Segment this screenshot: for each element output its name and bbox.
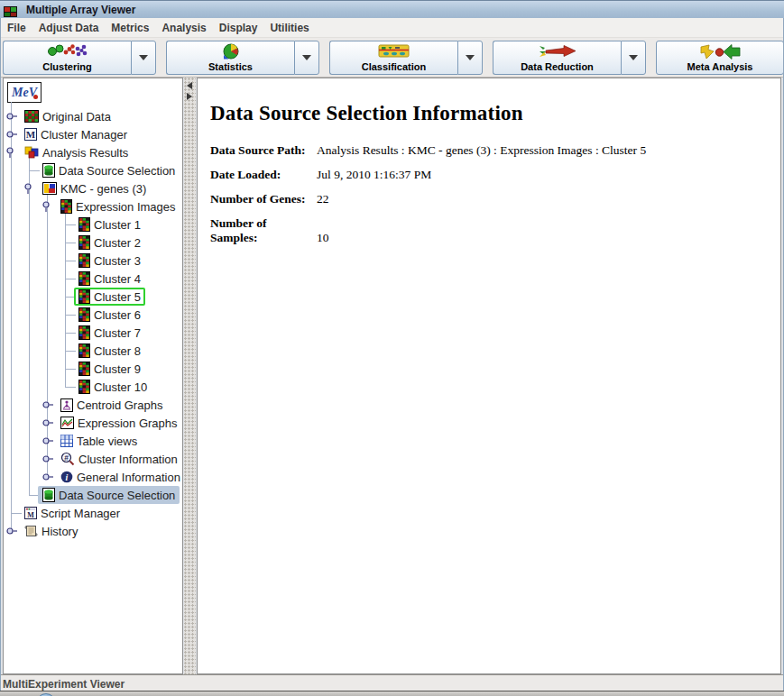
heatmap-icon — [78, 253, 90, 268]
tree-item-expression-graphs[interactable]: Expression Graphs — [4, 414, 183, 432]
classification-label: Classification — [362, 61, 427, 73]
tree-item-cluster-5[interactable]: Cluster 5 — [4, 288, 183, 306]
chevron-down-icon — [302, 55, 311, 60]
tree-item-cluster-1[interactable]: Cluster 1 — [4, 215, 183, 234]
tree-item-content[interactable]: MCluster Manager — [20, 125, 132, 143]
tree-item-cluster-8[interactable]: Cluster 8 — [4, 342, 183, 360]
tree-item-centroid-graphs[interactable]: Centroid Graphs — [4, 396, 183, 414]
menu-item-utilities[interactable]: Utilities — [263, 18, 315, 38]
tree-expand-handle[interactable] — [5, 525, 18, 537]
tree-item-table-views[interactable]: Table views — [4, 432, 183, 450]
tree-item-content[interactable]: Data Source Selection — [38, 486, 180, 504]
tree-item-content[interactable]: Cluster 1 — [74, 215, 145, 234]
tree-expand-handle[interactable] — [42, 417, 54, 429]
menu-item-adjust-data[interactable]: Adjust Data — [32, 18, 106, 38]
tree-item-cluster-manager[interactable]: MCluster Manager — [4, 125, 183, 143]
data-reduction-icon — [538, 43, 577, 61]
tree-item-cluster-6[interactable]: Cluster 6 — [4, 306, 183, 324]
tree-item-content[interactable]: Expression Images — [56, 197, 180, 215]
split-pane-divider[interactable] — [184, 78, 196, 674]
tree-expand-handle[interactable] — [42, 453, 54, 465]
tree-item-cluster-2[interactable]: Cluster 2 — [4, 234, 183, 252]
tree-item-content[interactable]: Cluster 8 — [74, 342, 145, 360]
tree-item-content[interactable]: Cluster 5 — [74, 288, 145, 306]
tree-item-cluster-information[interactable]: #Cluster Information — [4, 450, 183, 468]
main-info-panel: Data Source Selection Information Data S… — [197, 78, 781, 674]
clustering-dropdown-arrow[interactable] — [131, 41, 156, 75]
cluster-manager-icon: M — [24, 128, 37, 141]
tree-item-content[interactable]: Centroid Graphs — [56, 396, 167, 414]
tree-item-content[interactable]: Table views — [56, 432, 142, 450]
tree-item-content[interactable]: Cluster 9 — [74, 360, 145, 378]
collapse-left-icon[interactable] — [187, 82, 192, 89]
tree-expand-handle[interactable] — [5, 110, 18, 123]
tree-item-label: Data Source Selection — [59, 164, 175, 178]
tree-expand-handle[interactable] — [42, 435, 54, 447]
tree-item-history[interactable]: History — [4, 522, 183, 540]
tree-item-content[interactable]: Analysis Results — [20, 143, 133, 161]
menu-item-analysis[interactable]: Analysis — [155, 18, 212, 38]
svg-text:M: M — [27, 511, 34, 519]
tree-item-kmc-genes-3[interactable]: KMC - genes (3) — [4, 179, 183, 197]
tree-item-label: Cluster 7 — [94, 326, 141, 340]
tree-item-general-information[interactable]: iGeneral Information — [4, 468, 183, 486]
tree-item-script-manager[interactable]: MScript Manager — [4, 504, 183, 522]
info-fields: Data Source Path:Analysis Results : KMC … — [210, 143, 780, 245]
tree-item-cluster-4[interactable]: Cluster 4 — [4, 270, 183, 288]
tree-item-content[interactable]: Cluster 7 — [74, 324, 145, 342]
info-field-data-source-path: Data Source Path:Analysis Results : KMC … — [210, 143, 780, 158]
tree-item-data-source-selection[interactable]: Data Source Selection — [4, 486, 183, 504]
tree-item-data-source-selection[interactable]: Data Source Selection — [4, 161, 183, 179]
clustering-icon — [46, 43, 89, 61]
title-bar[interactable]: Multiple Array Viewer — [0, 0, 784, 18]
tree-item-original-data[interactable]: Original Data — [4, 107, 183, 125]
classification-dropdown-arrow[interactable] — [457, 41, 483, 75]
statistics-button[interactable]: Statistics — [166, 41, 294, 75]
tree-item-content[interactable]: KMC - genes (3) — [38, 179, 151, 197]
tree-expand-handle[interactable] — [42, 398, 54, 411]
tree-item-content[interactable]: Expression Graphs — [56, 414, 182, 432]
expression-graphs-icon — [60, 417, 74, 429]
tree-item-content[interactable]: #Cluster Information — [56, 450, 182, 468]
tree-item-cluster-3[interactable]: Cluster 3 — [4, 252, 183, 270]
tree-item-content[interactable]: Cluster 10 — [74, 378, 152, 396]
tree-collapse-handle[interactable] — [5, 146, 18, 159]
tree-expand-handle[interactable] — [5, 128, 18, 141]
svg-text:#: # — [64, 453, 69, 462]
tree-item-content[interactable]: Cluster 6 — [74, 306, 145, 324]
classification-button[interactable]: Classification — [329, 41, 457, 75]
data-reduction-button[interactable]: Data Reduction — [493, 41, 621, 75]
tree-item-analysis-results[interactable]: Analysis Results — [4, 143, 183, 161]
tree-item-cluster-7[interactable]: Cluster 7 — [4, 324, 183, 342]
tree-item-expression-images[interactable]: Expression Images — [4, 197, 183, 215]
tree-collapse-handle[interactable] — [23, 182, 36, 195]
tree-item-content[interactable]: Cluster 2 — [74, 234, 145, 252]
tree-item-content[interactable]: MScript Manager — [20, 504, 125, 522]
tree-expand-handle[interactable] — [42, 471, 54, 483]
tree-item-content[interactable]: History — [20, 522, 82, 540]
heatmap-icon — [78, 325, 90, 340]
tree-item-label: Cluster 8 — [94, 344, 141, 358]
menu-item-display[interactable]: Display — [213, 18, 264, 38]
mev-logo-dot — [33, 95, 38, 99]
tree-item-content[interactable]: Original Data — [20, 107, 115, 125]
tree-item-content[interactable]: Cluster 4 — [74, 270, 145, 288]
menu-item-file[interactable]: File — [0, 18, 32, 38]
clustering-button[interactable]: Clustering — [3, 41, 131, 75]
tree-item-label: Table views — [77, 435, 137, 448]
tree-item-label: Expression Images — [76, 200, 176, 214]
field-value: Analysis Results : KMC - genes (3) : Exp… — [317, 143, 646, 157]
tree-item-content[interactable]: Data Source Selection — [38, 161, 180, 179]
tree-item-cluster-10[interactable]: Cluster 10 — [4, 378, 183, 396]
tree-collapse-handle[interactable] — [42, 200, 54, 213]
expand-right-icon[interactable] — [187, 93, 192, 100]
menu-item-metrics[interactable]: Metrics — [105, 18, 155, 38]
meta-analysis-button[interactable]: Meta Analysis — [656, 41, 784, 75]
data-reduction-dropdown-arrow[interactable] — [621, 41, 646, 75]
tree-item-cluster-9[interactable]: Cluster 9 — [4, 360, 183, 378]
tree-item-content[interactable]: Cluster 3 — [74, 252, 145, 270]
toolbar: ClusteringStatisticsClassificationData R… — [0, 38, 784, 78]
tree-item-content[interactable]: iGeneral Information — [56, 468, 183, 486]
statistics-dropdown-arrow[interactable] — [294, 41, 319, 75]
toolbar-group-clustering: Clustering — [3, 41, 156, 75]
